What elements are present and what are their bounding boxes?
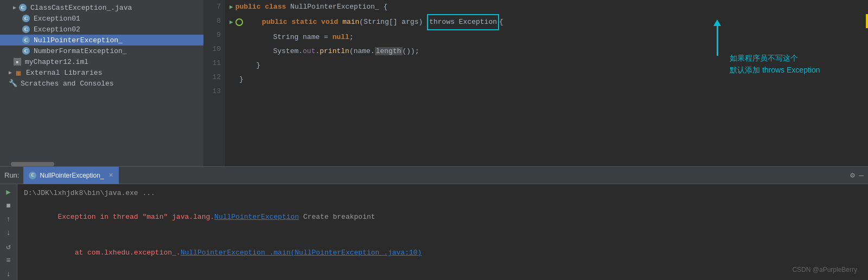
up-button[interactable]: ↑ — [3, 214, 15, 225]
tab-name: NullPointerException_ — [40, 172, 104, 179]
line-num-8: 8 — [216, 14, 221, 28]
expand-arrow: ▶ — [9, 69, 12, 76]
run-gutter-7[interactable]: ▶ — [229, 0, 233, 14]
code-line-11: } — [229, 58, 868, 73]
output-line-1: D:\JDK\lxhjdk8\bin\java.exe ... — [24, 187, 861, 199]
c-file-icon: C — [18, 3, 27, 12]
sidebar-item-exception02[interactable]: C Exception02 — [0, 24, 203, 35]
run-label: Run: — [4, 171, 19, 179]
sidebar-item-nullpointerexception[interactable]: C NullPointerException_ — [0, 35, 203, 45]
stacktrace-link[interactable]: NullPointerException_.main(NullPointerEx… — [181, 249, 422, 257]
code-text-10: System.out.println(name.length()); — [239, 44, 419, 58]
run-gutter-8[interactable]: ▶ — [229, 15, 233, 29]
code-area: 7 8 9 10 11 12 13 ▶ public class NullPoi… — [203, 0, 868, 166]
down-button[interactable]: ↓ — [3, 227, 15, 239]
code-text-9: String name = null; — [239, 30, 354, 44]
sidebar-item-label: Scratches and Consoles — [21, 80, 114, 88]
line-num-13: 13 — [212, 84, 221, 99]
sidebar-item-label: myChapter12.iml — [25, 58, 88, 66]
sidebar-item-label: NullPointerException_ — [34, 36, 123, 44]
code-line-7: ▶ public class NullPointerException_ { — [229, 0, 868, 14]
panel-tab-nullpointerexception[interactable]: C NullPointerException_ ✕ — [23, 167, 118, 184]
output-line-3: at com.lxhedu.exception_.NullPointerExce… — [24, 235, 861, 271]
output-at-prefix: at com.lxhedu.exception_. — [58, 249, 180, 257]
create-breakpoint-text: Create breakpoint — [299, 213, 375, 221]
sidebar-scrollbar[interactable] — [0, 162, 203, 166]
scroll-down-button[interactable]: ↓ — [3, 269, 15, 280]
nullpointerexception-link[interactable]: NullPointerException — [214, 213, 299, 221]
stop-button[interactable]: ■ — [3, 200, 15, 211]
iml-file-icon: ■ — [13, 57, 22, 66]
code-lines: ▶ public class NullPointerException_ { ▶… — [225, 0, 868, 166]
c-file-icon: C — [22, 36, 30, 44]
sidebar-item-exception01[interactable]: C Exception01 — [0, 13, 203, 24]
csdn-watermark: CSDN @aPurpleBerry — [792, 266, 857, 274]
minimize-icon[interactable]: — — [859, 171, 864, 180]
yellow-line-indicator — [866, 14, 868, 28]
code-text-7: public class NullPointerException_ { — [235, 0, 388, 14]
line-num-10: 10 — [212, 42, 221, 56]
sidebar-item-label: External Libraries — [26, 69, 102, 77]
line-num-12: 12 — [212, 70, 221, 84]
sidebar-item-label: NumberFormatException_ — [34, 47, 127, 55]
breakpoint-8 — [235, 18, 243, 26]
sidebar-item-label: ClassCastException_.java — [30, 4, 132, 12]
play-button[interactable]: ▶ — [3, 186, 15, 198]
dump-button[interactable]: ≡ — [3, 255, 15, 266]
output-line-2: Exception in thread "main" java.lang.Nul… — [24, 199, 861, 235]
sidebar-item-label: Exception02 — [34, 25, 80, 34]
expand-arrow: ▶ — [13, 4, 16, 11]
sidebar-item-classcastexception[interactable]: ▶ C ClassCastException_.java — [0, 2, 203, 13]
panel-output: D:\JDK\lxhjdk8\bin\java.exe ... Exceptio… — [17, 184, 868, 280]
code-line-9: String name = null; — [229, 30, 868, 44]
code-text-12: } — [239, 73, 244, 87]
rerun-button[interactable]: ↺ — [3, 241, 15, 252]
code-text-11: } — [239, 58, 260, 73]
panel-content: ▶ ■ ↑ ↓ ↺ ≡ ↓ D:\JDK\lxhjdk8\bin\java.ex… — [0, 184, 868, 280]
c-file-icon: C — [22, 14, 30, 23]
scratches-icon: 🔧 — [9, 79, 17, 88]
editor: 7 8 9 10 11 12 13 ▶ public class NullPoi… — [203, 0, 868, 166]
code-line-12: } — [229, 73, 868, 87]
sidebar-item-mychapter-iml[interactable]: ■ myChapter12.iml — [0, 56, 203, 67]
line-num-9: 9 — [216, 28, 221, 42]
line-num-7: 7 — [216, 0, 221, 14]
c-file-icon: C — [22, 47, 30, 55]
scrollbar-thumb — [11, 162, 54, 166]
line-num-11: 11 — [212, 56, 221, 70]
bottom-panel: Run: C NullPointerException_ ✕ ⚙ — ▶ ■ ↑… — [0, 166, 868, 280]
code-text-8: public static void main(String[] args) t… — [245, 14, 503, 30]
sidebar-item-external-libraries[interactable]: ▶ ▦ External Libraries — [0, 67, 203, 78]
c-file-icon: C — [22, 25, 30, 34]
panel-left-buttons: ▶ ■ ↑ ↓ ↺ ≡ ↓ — [0, 184, 17, 280]
code-line-8: ▶ public static void main(String[] args)… — [229, 14, 868, 30]
gear-icon[interactable]: ⚙ — [850, 171, 854, 180]
code-line-10: System.out.println(name.length()); — [229, 44, 868, 58]
sidebar-item-numberformatexception[interactable]: C NumberFormatException_ — [0, 45, 203, 56]
output-line-4 — [24, 271, 861, 280]
top-area: ▶ C ClassCastException_.java C Exception… — [0, 0, 868, 166]
close-tab-button[interactable]: ✕ — [108, 172, 113, 179]
line-numbers: 7 8 9 10 11 12 13 — [203, 0, 225, 166]
sidebar-item-scratches[interactable]: 🔧 Scratches and Consoles — [0, 78, 203, 89]
output-exception-prefix: Exception in thread "main" java.lang. — [58, 213, 214, 221]
throws-exception-highlight: throws Exception — [427, 14, 499, 30]
library-icon: ▦ — [14, 68, 23, 77]
sidebar-item-label: Exception01 — [34, 15, 80, 23]
sidebar: ▶ C ClassCastException_.java C Exception… — [0, 0, 203, 166]
tab-icon: C — [29, 172, 36, 179]
gutter-11 — [229, 62, 237, 69]
panel-header: Run: C NullPointerException_ ✕ ⚙ — — [0, 167, 868, 184]
